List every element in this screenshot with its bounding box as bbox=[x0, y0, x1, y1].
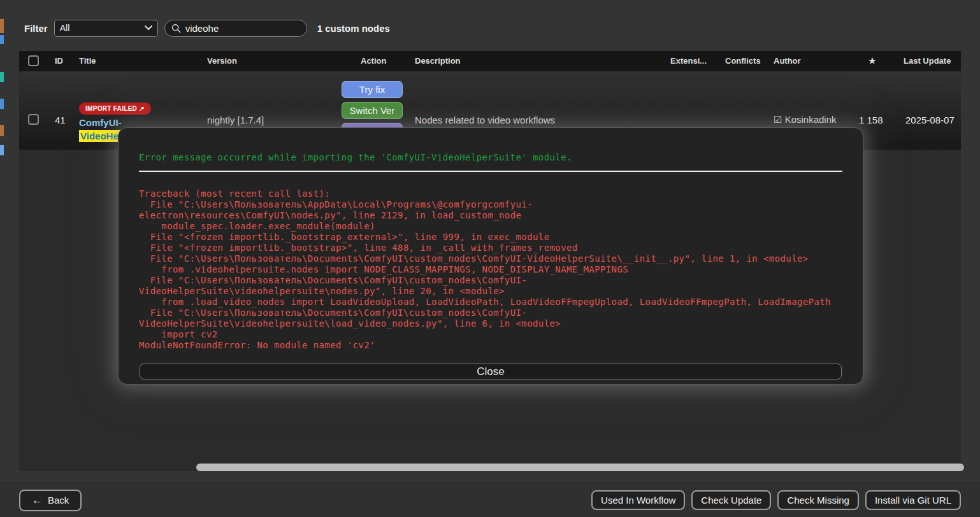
import-error-modal: Error message occurred while importing t… bbox=[118, 127, 863, 385]
select-all-checkbox[interactable] bbox=[28, 55, 39, 66]
row-description: Nodes related to video workflows bbox=[415, 115, 555, 125]
check-missing-button[interactable]: Check Missing bbox=[777, 490, 859, 510]
left-edge-artifact bbox=[0, 125, 4, 136]
modal-divider bbox=[139, 171, 842, 172]
left-edge-artifact bbox=[0, 99, 4, 109]
node-title-link[interactable]: ComfyUI- VideoHel bbox=[79, 116, 122, 143]
row-author[interactable]: ☑ Kosinkadink bbox=[774, 114, 837, 125]
col-header-star-icon[interactable]: ★ bbox=[868, 56, 876, 66]
col-header-title[interactable]: Title bbox=[79, 56, 96, 66]
horizontal-scrollbar-thumb[interactable] bbox=[196, 464, 964, 471]
col-header-author[interactable]: Author bbox=[774, 56, 801, 66]
toolbar: Filter All 1 custom nodes bbox=[24, 19, 390, 37]
used-in-workflow-button[interactable]: Used In Workflow bbox=[591, 490, 685, 510]
author-name: Kosinkadink bbox=[785, 114, 837, 125]
col-header-version[interactable]: Version bbox=[207, 56, 237, 66]
left-edge-artifact bbox=[0, 72, 4, 82]
error-message: Error message occurred while importing t… bbox=[139, 152, 842, 162]
search-input[interactable] bbox=[185, 23, 287, 34]
chevron-down-icon bbox=[145, 25, 152, 31]
back-button[interactable]: ← Back bbox=[19, 490, 82, 511]
col-header-last-update[interactable]: Last Update bbox=[904, 56, 951, 66]
row-checkbox[interactable] bbox=[28, 114, 39, 125]
traceback-text: Traceback (most recent call last): File … bbox=[139, 188, 842, 351]
left-edge-artifact bbox=[0, 19, 4, 33]
back-button-label: Back bbox=[48, 495, 69, 506]
comfyui-manager-page: Filter All 1 custom nodes ID Title Versi… bbox=[0, 0, 980, 517]
search-box[interactable] bbox=[164, 20, 307, 37]
col-header-description[interactable]: Description bbox=[415, 56, 461, 66]
back-arrow-icon: ← bbox=[32, 494, 43, 507]
install-via-git-url-button[interactable]: Install via Git URL bbox=[865, 490, 961, 510]
col-header-action[interactable]: Action bbox=[361, 56, 386, 66]
col-header-id[interactable]: ID bbox=[55, 56, 63, 66]
filter-label: Filter bbox=[24, 23, 48, 34]
node-title-highlight: VideoHel bbox=[79, 130, 122, 142]
bottom-bar: ← Back Used In Workflow Check Update Che… bbox=[0, 483, 980, 517]
filter-select[interactable]: All bbox=[54, 20, 158, 37]
node-title-part1: ComfyUI- bbox=[79, 117, 122, 128]
bottom-bar-actions: Used In Workflow Check Update Check Miss… bbox=[591, 490, 961, 510]
custom-nodes-count: 1 custom nodes bbox=[317, 23, 390, 34]
row-last-update: 2025-08-07 bbox=[905, 115, 955, 125]
row-stars: 1 158 bbox=[859, 115, 883, 125]
check-update-button[interactable]: Check Update bbox=[691, 490, 771, 510]
search-icon bbox=[171, 24, 181, 33]
import-failed-badge[interactable]: IMPORT FAILED ↗ bbox=[79, 103, 151, 115]
table-header-row: ID Title Version Action Description Exte… bbox=[19, 51, 961, 71]
left-edge-artifact bbox=[0, 145, 4, 155]
row-version: nightly [1.7.4] bbox=[207, 115, 264, 125]
try-fix-button[interactable]: Try fix bbox=[342, 81, 403, 98]
col-header-conflicts[interactable]: Conflicts bbox=[725, 56, 761, 66]
close-button[interactable]: Close bbox=[140, 364, 842, 379]
filter-select-value: All bbox=[60, 23, 70, 33]
switch-ver-button[interactable]: Switch Ver bbox=[342, 102, 403, 119]
col-header-extension[interactable]: Extensi... bbox=[670, 56, 707, 66]
row-id: 41 bbox=[55, 115, 66, 125]
author-verified-checkbox-icon: ☑ bbox=[774, 114, 782, 125]
left-edge-artifact bbox=[0, 35, 4, 44]
